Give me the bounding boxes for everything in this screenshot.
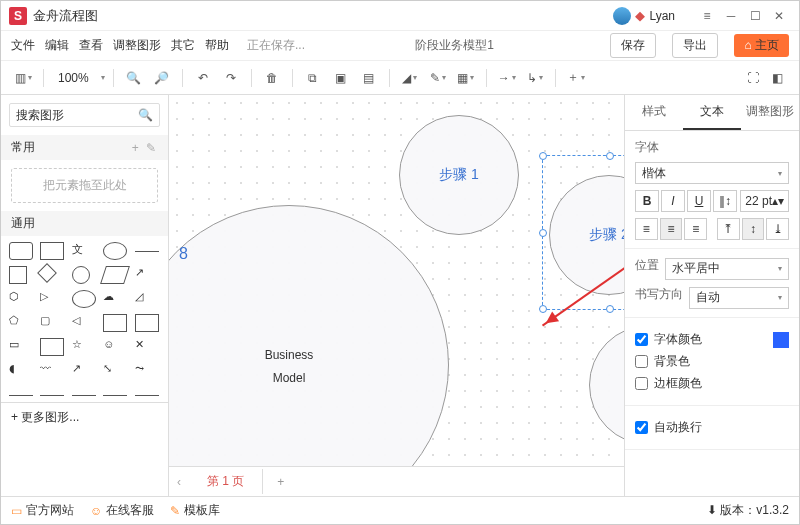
section-general[interactable]: 通用 — [1, 211, 168, 236]
shape-diamond[interactable] — [37, 263, 57, 283]
search-input[interactable]: 搜索图形 🔍 — [9, 103, 160, 127]
fullscreen-icon[interactable]: ⛶ — [741, 66, 765, 90]
fillcolor-icon[interactable]: ◢▾ — [398, 66, 422, 90]
shape-callout[interactable]: ▢ — [40, 314, 64, 332]
shadow-icon[interactable]: ▦▾ — [454, 66, 478, 90]
shape-arrow-block[interactable]: ◁ — [72, 314, 96, 332]
valign-bottom-button[interactable]: ⤓ — [766, 218, 789, 240]
fontcolor-swatch[interactable] — [773, 332, 789, 348]
official-site-link[interactable]: ▭官方网站 — [11, 502, 74, 519]
waypoint-icon[interactable]: ↳▾ — [523, 66, 547, 90]
template-library-link[interactable]: ✎模板库 — [170, 502, 220, 519]
tab-adjust[interactable]: 调整图形 — [741, 95, 799, 130]
shape-parallelogram[interactable] — [100, 266, 130, 284]
avatar[interactable] — [613, 7, 631, 25]
align-left-button[interactable]: ≡ — [635, 218, 658, 240]
delete-icon[interactable]: 🗑 — [260, 66, 284, 90]
node-step-3[interactable]: 步骤 3 — [589, 325, 624, 445]
menu-view[interactable]: 查看 — [79, 37, 103, 54]
handle-tl[interactable] — [539, 152, 547, 160]
fontcolor-checkbox[interactable]: 字体颜色 — [635, 331, 789, 348]
shape-line4[interactable] — [72, 395, 96, 396]
home-button[interactable]: ⌂ 主页 — [734, 34, 789, 57]
minimize-button[interactable]: ─ — [719, 4, 743, 28]
shape-person[interactable]: ☺ — [103, 338, 127, 356]
tab-text[interactable]: 文本 — [683, 95, 741, 130]
close-button[interactable]: ✕ — [767, 4, 791, 28]
document-title[interactable]: 阶段业务模型1 — [315, 37, 594, 54]
canvas[interactable]: BusinessModel 8 步骤 1 步骤 2 步骤 3 ↻ — [169, 95, 624, 466]
menu-help[interactable]: 帮助 — [205, 37, 229, 54]
shape-square[interactable] — [9, 266, 27, 284]
send-back-icon[interactable]: ▣ — [329, 66, 353, 90]
shape-rect[interactable] — [40, 242, 64, 260]
more-shapes[interactable]: + 更多图形... — [1, 402, 168, 432]
bold-button[interactable]: B — [635, 190, 659, 212]
handle-lm[interactable] — [539, 229, 547, 237]
handle-tm[interactable] — [606, 152, 614, 160]
shape-hex[interactable]: ⬡ — [9, 290, 33, 308]
shape-line3[interactable] — [40, 395, 64, 396]
wrap-checkbox[interactable]: 自动换行 — [635, 419, 789, 436]
node-8[interactable]: 8 — [179, 245, 188, 263]
dropzone[interactable]: 把元素拖至此处 — [11, 168, 158, 203]
connector-icon[interactable]: →▾ — [495, 66, 519, 90]
panel-toggle-icon[interactable]: ◧ — [765, 66, 789, 90]
shape-star[interactable]: ☆ — [72, 338, 96, 356]
shape-circle[interactable] — [72, 266, 90, 284]
layout-dropdown[interactable]: ▥▾ — [11, 66, 35, 90]
node-step-2[interactable]: 步骤 2 — [549, 175, 624, 295]
bordercolor-checkbox[interactable]: 边框颜色 — [635, 375, 789, 392]
shape-pentagon[interactable]: ⬠ — [9, 314, 33, 332]
save-button[interactable]: 保存 — [610, 33, 656, 58]
font-size-input[interactable]: 22 pt ▴▾ — [740, 190, 789, 212]
align-center-button[interactable]: ≡ — [660, 218, 683, 240]
tab-style[interactable]: 样式 — [625, 95, 683, 130]
tab-scroll-left[interactable]: ‹ — [169, 475, 189, 489]
shape-dasharrow[interactable]: ↗ — [135, 266, 159, 284]
node-step-1[interactable]: 步骤 1 — [399, 115, 519, 235]
shape-wave[interactable]: 〰 — [40, 362, 64, 380]
add-page-tab[interactable]: + — [263, 471, 298, 493]
section-common[interactable]: 常用 + ✎ — [1, 135, 168, 160]
italic-button[interactable]: I — [661, 190, 685, 212]
direction-select[interactable]: 自动▾ — [689, 287, 789, 309]
shape-curve[interactable]: ⤳ — [135, 362, 159, 380]
export-button[interactable]: 导出 — [672, 33, 718, 58]
shape-line6[interactable] — [135, 395, 159, 396]
zoom-in-icon[interactable]: 🔎 — [150, 66, 174, 90]
menu-file[interactable]: 文件 — [11, 37, 35, 54]
shape-line2[interactable] — [9, 395, 33, 396]
maximize-button[interactable]: ☐ — [743, 4, 767, 28]
shape-folder[interactable]: ▭ — [9, 338, 33, 356]
shape-biarrow[interactable]: ⤡ — [103, 362, 127, 380]
add-icon[interactable]: ＋▾ — [564, 66, 588, 90]
valign-top-button[interactable]: ⤒ — [717, 218, 740, 240]
shape-angle[interactable]: ◿ — [135, 290, 159, 308]
shape-line5[interactable] — [103, 395, 127, 396]
lineheight-button[interactable]: ‖↕ — [713, 190, 737, 212]
shape-rect-round[interactable] — [9, 242, 33, 260]
customer-service-link[interactable]: ☺在线客服 — [90, 502, 154, 519]
bring-front-icon[interactable]: ▤ — [357, 66, 381, 90]
node-business-model[interactable]: BusinessModel — [169, 205, 449, 466]
shape-x[interactable]: ✕ — [135, 338, 159, 356]
bgcolor-checkbox[interactable]: 背景色 — [635, 353, 789, 370]
position-select[interactable]: 水平居中▾ — [665, 258, 789, 280]
shape-text[interactable]: 文 — [72, 242, 96, 260]
linecolor-icon[interactable]: ✎▾ — [426, 66, 450, 90]
shape-arrow-r[interactable]: ▷ — [40, 290, 64, 308]
font-select[interactable]: 楷体▾ — [635, 162, 789, 184]
menu-other[interactable]: 其它 — [171, 37, 195, 54]
page-tab-1[interactable]: 第 1 页 — [189, 469, 263, 494]
username[interactable]: Lyan — [649, 9, 675, 23]
shape-line[interactable] — [135, 251, 159, 252]
align-right-button[interactable]: ≡ — [684, 218, 707, 240]
shape-rect2[interactable] — [40, 338, 64, 356]
zoom-out-icon[interactable]: 🔍 — [122, 66, 146, 90]
handle-bm[interactable] — [606, 305, 614, 313]
handle-bl[interactable] — [539, 305, 547, 313]
shape-d[interactable]: ◖ — [9, 362, 33, 380]
shape-trap2[interactable] — [135, 314, 159, 332]
shape-ellipse[interactable] — [103, 242, 127, 260]
